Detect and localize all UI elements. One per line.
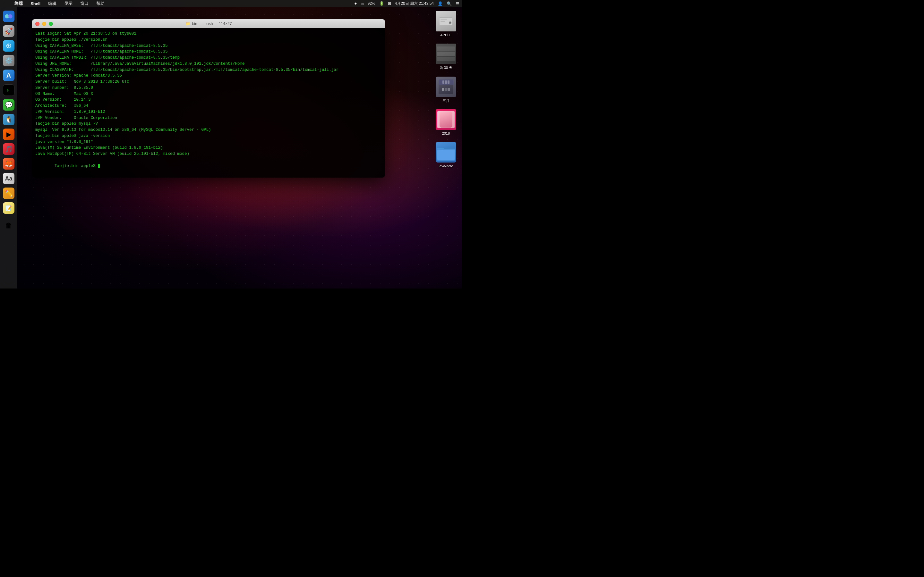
apple-hdd-label: APPLE xyxy=(440,33,451,37)
dock-item-terminal[interactable]: $_ xyxy=(2,83,15,97)
svg-point-2 xyxy=(8,15,13,19)
battery-icon: 🔋 xyxy=(379,1,384,6)
term-line-18: java version "1.8.0_191" xyxy=(35,139,382,145)
terminal-titlebar: 📁 bin — -bash — 114×27 xyxy=(32,19,385,28)
notification-icon[interactable]: ☰ xyxy=(456,1,459,6)
folder-icon xyxy=(437,145,455,161)
menu-edit[interactable]: 编辑 xyxy=(47,1,58,6)
terminal-title-text: bin — -bash — 114×27 xyxy=(192,21,232,26)
term-line-0: Last login: Sat Apr 20 21:38:53 on ttys0… xyxy=(35,31,382,37)
user-icon: 👤 xyxy=(438,1,443,6)
bluetooth-icon: ✦ xyxy=(354,1,357,6)
menu-window[interactable]: 窗口 xyxy=(79,1,90,6)
grid-icon: ⊞ xyxy=(388,1,391,6)
2018-label: 2018 xyxy=(442,131,450,135)
wifi-icon: ⌾ xyxy=(361,1,364,6)
terminal-window: 📁 bin — -bash — 114×27 Last login: Sat A… xyxy=(32,19,385,177)
hdd-drive-icon xyxy=(438,13,454,29)
term-line-16: mysql Ver 8.0.13 for macos10.14 on x86_6… xyxy=(35,127,382,133)
dock-divider xyxy=(3,217,15,217)
desktop-icon-apple-hdd[interactable]: APPLE xyxy=(431,11,460,37)
desktop-icon-30days[interactable]: 前 30 天 xyxy=(431,44,460,70)
maximize-button[interactable] xyxy=(49,22,53,26)
dock-item-finder[interactable] xyxy=(2,10,15,23)
dock-item-music[interactable]: 🎵 xyxy=(2,142,15,156)
term-line-19: Java(TM) SE Runtime Environment (build 1… xyxy=(35,145,382,151)
term-line-9: Server number: 8.5.35.0 xyxy=(35,85,382,91)
battery-status: 92% xyxy=(368,1,375,6)
menu-help[interactable]: 帮助 xyxy=(95,1,106,6)
dock-item-launchpad[interactable]: 🚀 xyxy=(2,24,15,38)
dock-item-firefox[interactable]: 🦊 xyxy=(2,157,15,171)
term-line-7: Server version: Apache Tomcat/8.5.35 xyxy=(35,73,382,79)
term-line-13: JVM Version: 1.8.0_191-b12 xyxy=(35,109,382,115)
dock-item-kwai[interactable]: ▶ xyxy=(2,127,15,141)
finder-icon xyxy=(3,11,15,22)
desktop-icon-march[interactable]: 三月 xyxy=(431,77,460,103)
march-label: 三月 xyxy=(443,98,449,103)
term-line-3: Using CATALINA_HOME: /TJT/tomcat/apache-… xyxy=(35,49,382,55)
menubar:  终端 Shell 编辑 显示 窗口 帮助 ✦ ⌾ 92% 🔋 ⊞ 4月20日… xyxy=(0,0,462,7)
term-line-14: JVM Vendor: Oracle Corporation xyxy=(35,115,382,121)
close-button[interactable] xyxy=(35,22,39,26)
term-line-6: Using CLASSPATH: /TJT/tomcat/apache-tomc… xyxy=(35,67,382,73)
term-line-17: Taojie:bin apple$ java -version xyxy=(35,133,382,139)
term-line-12: Architecture: x86_64 xyxy=(35,103,382,109)
term-line-20: Java HotSpot(TM) 64-Bit Server VM (build… xyxy=(35,151,382,157)
menu-terminal[interactable]: 终端 xyxy=(13,1,24,6)
svg-point-8 xyxy=(449,22,451,23)
dock-item-qq[interactable]: 🐧 xyxy=(2,113,15,126)
term-line-2: Using CATALINA_BASE: /TJT/tomcat/apache-… xyxy=(35,43,382,49)
term-line-8: Server built: Nov 3 2018 17:39:20 UTC xyxy=(35,79,382,85)
minimize-button[interactable] xyxy=(42,22,46,26)
apple-menu[interactable]:  xyxy=(3,1,7,6)
term-line-1: Taojie:bin apple$ ./version.sh xyxy=(35,37,382,43)
term-line-15: Taojie:bin apple$ mysql -V xyxy=(35,121,382,127)
menubar-left:  终端 Shell 编辑 显示 窗口 帮助 xyxy=(3,1,354,6)
dock-item-sketch[interactable]: ✏️ xyxy=(2,187,15,200)
terminal-cursor xyxy=(98,164,100,168)
search-icon[interactable]: 🔍 xyxy=(447,1,452,6)
menu-shell[interactable]: Shell xyxy=(29,1,42,6)
java-note-label: java-note xyxy=(439,164,453,168)
svg-rect-6 xyxy=(441,21,445,21)
datetime: 4月20日 周六 21:43:54 xyxy=(395,1,434,6)
dock: 🚀 ⊕ ⚙️ A $_ 💬 xyxy=(0,7,17,288)
dock-item-fontbook[interactable]: Aa xyxy=(2,172,15,185)
term-line-4: Using CATALINA_TMPDIR: /TJT/tomcat/apach… xyxy=(35,55,382,61)
menu-view[interactable]: 显示 xyxy=(63,1,74,6)
folder-icon-title: 📁 xyxy=(186,21,190,26)
dock-item-notes[interactable]: 📝 xyxy=(2,201,15,215)
desktop-icon-java-note[interactable]: java-note xyxy=(431,142,460,168)
svg-rect-12 xyxy=(437,150,455,160)
term-line-10: OS Name: Mac OS X xyxy=(35,91,382,97)
term-line-21: Taojie:bin apple$ xyxy=(35,157,382,175)
dock-item-safari[interactable]: ⊕ xyxy=(2,39,15,53)
term-line-5: Using JRE_HOME: /Library/Java/JavaVirtua… xyxy=(35,61,382,67)
svg-rect-5 xyxy=(441,19,447,20)
dock-item-wechat[interactable]: 💬 xyxy=(2,98,15,111)
terminal-body[interactable]: Last login: Sat Apr 20 21:38:53 on ttys0… xyxy=(32,28,385,177)
desktop-icon-2018[interactable]: 2018 xyxy=(431,109,460,135)
menubar-right: ✦ ⌾ 92% 🔋 ⊞ 4月20日 周六 21:43:54 👤 🔍 ☰ xyxy=(354,1,459,6)
dock-item-systemprefs[interactable]: ⚙️ xyxy=(2,54,15,67)
dock-item-trash[interactable]: 🗑 xyxy=(2,219,15,232)
terminal-title: 📁 bin — -bash — 114×27 xyxy=(186,21,232,26)
30days-label: 前 30 天 xyxy=(439,65,452,70)
term-line-11: OS Version: 10.14.3 xyxy=(35,97,382,103)
dock-item-appstore[interactable]: A xyxy=(2,69,15,82)
svg-rect-4 xyxy=(439,17,452,18)
right-sidebar: APPLE 前 30 天 xyxy=(430,7,462,288)
desktop:  终端 Shell 编辑 显示 窗口 帮助 ✦ ⌾ 92% 🔋 ⊞ 4月20日… xyxy=(0,0,462,288)
